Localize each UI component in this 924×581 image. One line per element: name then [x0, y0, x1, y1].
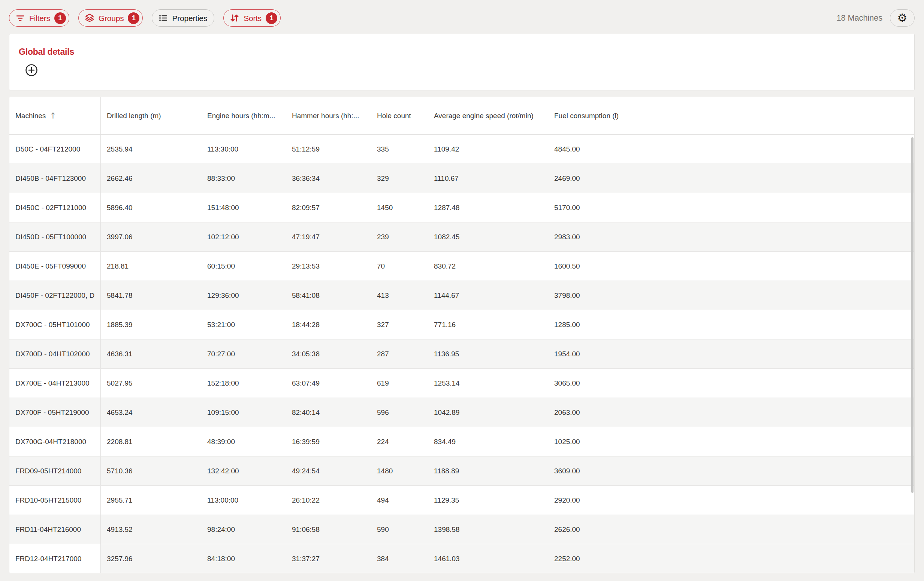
table-row[interactable]: FRD10-05HT2150002955.71113:00:0026:10:22…	[9, 486, 914, 515]
cell-engine: 151:48:00	[201, 204, 286, 212]
cell-speed: 1136.95	[428, 350, 548, 358]
cell-speed: 1110.67	[428, 174, 548, 183]
cell-hammer: 47:19:47	[286, 233, 371, 241]
cell-fuel: 3065.00	[548, 379, 914, 387]
column-header-holes[interactable]: Hole count	[371, 112, 428, 120]
column-header-label: Fuel consumption (l)	[554, 112, 619, 120]
cell-fuel: 2983.00	[548, 233, 914, 241]
table-row[interactable]: DI450F - 02FT122000, D5841.78129:36:0058…	[9, 281, 914, 310]
cell-machine: FRD11-04HT216000	[9, 515, 101, 544]
cell-engine: 129:36:00	[201, 291, 286, 300]
cell-drilled: 5027.95	[101, 379, 201, 387]
table-row[interactable]: D50C - 04FT2120002535.94113:30:0051:12:5…	[9, 135, 914, 164]
table-header-row: Machines↑Drilled length (m)Engine hours …	[9, 97, 914, 135]
cell-hammer: 58:41:08	[286, 291, 371, 300]
cell-hammer: 82:40:14	[286, 409, 371, 417]
cell-hammer: 82:09:57	[286, 204, 371, 212]
cell-engine: 113:00:00	[201, 496, 286, 505]
cell-hammer: 91:06:58	[286, 525, 371, 534]
cell-speed: 1042.89	[428, 409, 548, 417]
list-icon	[158, 13, 168, 23]
cell-engine: 84:18:00	[201, 544, 286, 573]
sort-ascending-icon: ↑	[50, 112, 56, 120]
cell-drilled: 3257.96	[101, 544, 201, 573]
cell-holes: 590	[371, 525, 428, 534]
panel-title: Global details	[19, 47, 905, 57]
table-row[interactable]: FRD12-04HT2170003257.9684:18:0031:37:273…	[9, 544, 914, 573]
table-row[interactable]: DX700F - 05HT2190004653.24109:15:0082:40…	[9, 398, 914, 427]
vertical-scrollbar[interactable]	[911, 137, 914, 493]
cell-speed: 1398.58	[428, 525, 548, 534]
cell-holes: 1480	[371, 467, 428, 475]
cell-machine: DX700C - 05HT101000	[9, 310, 101, 339]
column-header-engine[interactable]: Engine hours (hh:m...	[201, 112, 286, 120]
cell-fuel: 2469.00	[548, 174, 914, 183]
cell-holes: 413	[371, 291, 428, 300]
cell-drilled: 2208.81	[101, 438, 201, 446]
cell-engine: 113:30:00	[201, 145, 286, 153]
cell-speed: 1082.45	[428, 233, 548, 241]
cell-machine: FRD09-05HT214000	[9, 457, 101, 485]
properties-button[interactable]: Properties	[152, 9, 214, 26]
cell-engine: 132:42:00	[201, 467, 286, 475]
cell-engine: 98:24:00	[201, 525, 286, 534]
cell-engine: 48:39:00	[201, 438, 286, 446]
cell-drilled: 3997.06	[101, 233, 201, 241]
groups-button[interactable]: Groups 1	[78, 9, 143, 26]
cell-engine: 70:27:00	[201, 350, 286, 358]
add-widget-button[interactable]	[25, 64, 38, 76]
column-header-hammer[interactable]: Hammer hours (hh:...	[286, 112, 371, 120]
table-row[interactable]: FRD11-04HT2160004913.5298:24:0091:06:585…	[9, 515, 914, 544]
cell-drilled: 4913.52	[101, 525, 201, 534]
table-row[interactable]: DX700D - 04HT1020004636.3170:27:0034:05:…	[9, 339, 914, 369]
column-header-machine[interactable]: Machines↑	[9, 97, 101, 134]
sort-arrows-icon	[230, 13, 239, 23]
cell-holes: 329	[371, 174, 428, 183]
table-row[interactable]: DI450B - 04FT1230002662.4688:33:0036:36:…	[9, 164, 914, 193]
cell-speed: 834.49	[428, 438, 548, 446]
sorts-button[interactable]: Sorts 1	[223, 9, 280, 26]
filter-icon	[15, 13, 25, 23]
table-row[interactable]: DI450D - 05FT1000003997.06102:12:0047:19…	[9, 222, 914, 252]
filters-button[interactable]: Filters 1	[9, 9, 69, 26]
column-header-speed[interactable]: Average engine speed (rot/min)	[428, 112, 548, 120]
cell-holes: 287	[371, 350, 428, 358]
cell-engine: 102:12:00	[201, 233, 286, 241]
cell-speed: 1129.35	[428, 496, 548, 505]
cell-drilled: 218.81	[101, 262, 201, 270]
cell-hammer: 36:36:34	[286, 174, 371, 183]
cell-machine: D50C - 04FT212000	[9, 135, 101, 164]
cell-fuel: 2252.00	[548, 544, 914, 573]
table-row[interactable]: DX700G-04HT2180002208.8148:39:0016:39:59…	[9, 427, 914, 457]
cell-hammer: 29:13:53	[286, 262, 371, 270]
cell-holes: 327	[371, 321, 428, 329]
table-row[interactable]: FRD09-05HT2140005710.36132:42:0049:24:54…	[9, 457, 914, 486]
cell-drilled: 4636.31	[101, 350, 201, 358]
cell-drilled: 5710.36	[101, 467, 201, 475]
cell-fuel: 2626.00	[548, 525, 914, 534]
column-header-label: Engine hours (hh:m...	[207, 112, 276, 120]
toolbar-right: 18 Machines ⚙	[837, 9, 915, 26]
cell-speed: 830.72	[428, 262, 548, 270]
cell-holes: 494	[371, 496, 428, 505]
settings-button[interactable]: ⚙	[890, 9, 915, 26]
column-header-fuel[interactable]: Fuel consumption (l)	[548, 112, 914, 120]
column-header-label: Machines	[15, 112, 46, 120]
cell-machine: FRD12-04HT217000	[9, 544, 101, 573]
column-header-drilled[interactable]: Drilled length (m)	[101, 112, 201, 120]
cell-hammer: 31:37:27	[286, 544, 371, 573]
layers-icon	[85, 13, 94, 23]
column-header-label: Hole count	[377, 112, 411, 120]
machines-table: Machines↑Drilled length (m)Engine hours …	[9, 97, 915, 573]
cell-fuel: 4845.00	[548, 145, 914, 153]
cell-drilled: 2955.71	[101, 496, 201, 505]
cell-holes: 239	[371, 233, 428, 241]
table-row[interactable]: DI450E - 05FT099000218.8160:15:0029:13:5…	[9, 252, 914, 281]
cell-machine: FRD10-05HT215000	[9, 486, 101, 515]
cell-holes: 1450	[371, 204, 428, 212]
table-row[interactable]: DI450C - 02FT1210005896.40151:48:0082:09…	[9, 193, 914, 222]
table-row[interactable]: DX700C - 05HT1010001885.3953:21:0018:44:…	[9, 310, 914, 339]
cell-machine: DI450F - 02FT122000, D	[9, 281, 101, 310]
table-row[interactable]: DX700E - 04HT2130005027.95152:18:0063:07…	[9, 369, 914, 398]
cell-fuel: 1025.00	[548, 438, 914, 446]
